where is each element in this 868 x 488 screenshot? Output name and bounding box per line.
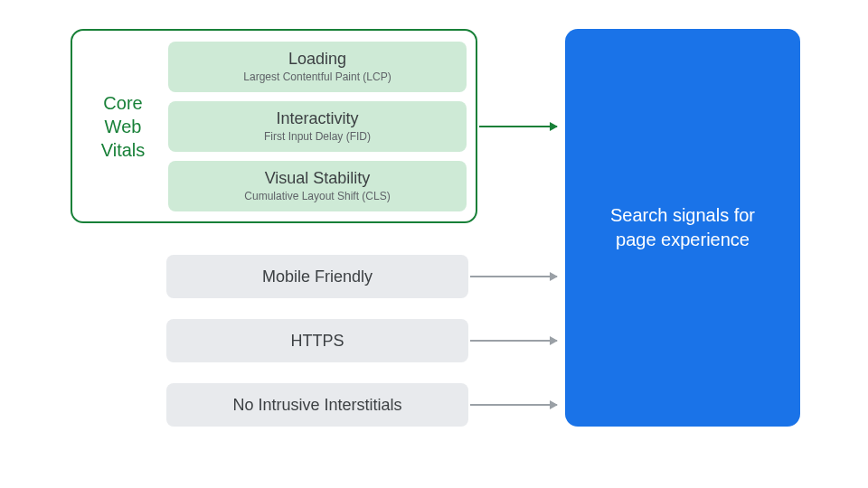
metric-subtitle: Cumulative Layout Shift (CLS)	[177, 190, 458, 202]
metric-title: Visual Stability	[177, 169, 458, 188]
metric-subtitle: Largest Contentful Paint (LCP)	[177, 70, 458, 83]
metric-list: Loading Largest Contentful Paint (LCP) I…	[168, 42, 467, 211]
metric-title: Interactivity	[177, 109, 458, 128]
core-web-vitals-label: CoreWebVitals	[78, 91, 168, 162]
metric-interactivity: Interactivity First Input Delay (FID)	[168, 101, 467, 152]
signal-mobile-friendly: Mobile Friendly	[166, 255, 468, 298]
signal-no-interstitials: No Intrusive Interstitials	[166, 383, 468, 427]
diagram-canvas: CoreWebVitals Loading Largest Contentful…	[0, 0, 868, 488]
metric-subtitle: First Input Delay (FID)	[177, 130, 458, 143]
arrow-cwv	[479, 126, 557, 127]
search-signals-box: Search signals for page experience	[565, 29, 800, 427]
arrow-interstitials	[470, 404, 557, 406]
metric-visual-stability: Visual Stability Cumulative Layout Shift…	[168, 161, 467, 211]
arrow-mobile	[470, 276, 557, 277]
signal-https: HTTPS	[166, 319, 468, 362]
arrow-https	[470, 340, 557, 342]
core-web-vitals-box: CoreWebVitals Loading Largest Contentful…	[71, 29, 477, 223]
metric-loading: Loading Largest Contentful Paint (LCP)	[168, 42, 467, 92]
metric-title: Loading	[177, 50, 458, 69]
